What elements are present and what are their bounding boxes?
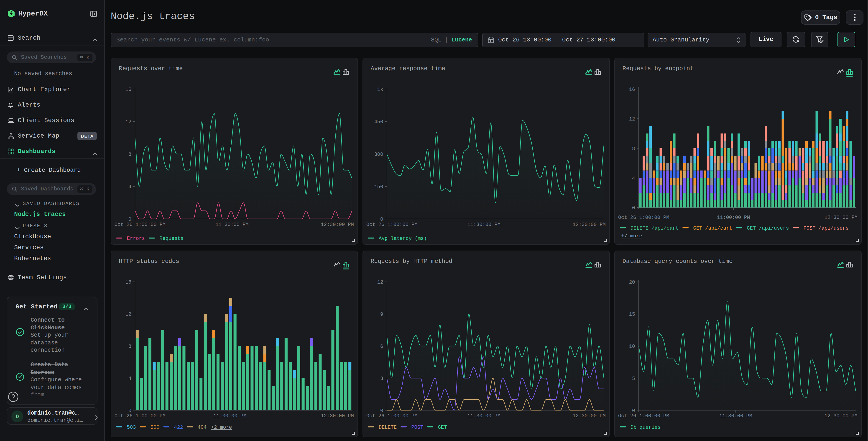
svg-text:9: 9 [380, 312, 383, 317]
svg-text:16: 16 [629, 87, 635, 92]
svg-text:12: 12 [629, 116, 635, 122]
svg-text:GET: GET [438, 424, 447, 430]
svg-text:Oct 26 1:00:00 PM: Oct 26 1:00:00 PM [114, 222, 165, 227]
svg-text:6: 6 [380, 344, 383, 349]
svg-text:Database query counts over tim: Database query counts over time [622, 258, 733, 264]
svg-text:12:30:00 PM: 12:30:00 PM [824, 413, 857, 419]
svg-text:0: 0 [380, 408, 383, 413]
svg-text:8: 8 [128, 151, 131, 157]
svg-text:4: 4 [128, 376, 131, 381]
svg-text:8: 8 [632, 146, 635, 151]
svg-text:12: 12 [125, 312, 131, 317]
svg-text:422: 422 [174, 424, 183, 430]
svg-text:10: 10 [629, 344, 635, 349]
svg-text:Requests over time: Requests over time [119, 65, 183, 72]
svg-text:11:00:00 PM: 11:00:00 PM [213, 413, 246, 419]
svg-text:0: 0 [632, 408, 635, 413]
svg-text:Requests by HTTP method: Requests by HTTP method [370, 258, 452, 264]
svg-text:+2 more: +2 more [211, 424, 231, 430]
svg-text:11:30:00 PM: 11:30:00 PM [215, 222, 248, 227]
svg-text:3: 3 [380, 376, 383, 381]
svg-text:GET /api/users: GET /api/users [747, 225, 789, 231]
svg-text:POST /api/users: POST /api/users [803, 225, 848, 231]
svg-text:0: 0 [128, 216, 131, 222]
svg-text:0: 0 [380, 216, 383, 222]
svg-text:404: 404 [197, 424, 207, 430]
svg-text:11:30:00 PM: 11:30:00 PM [719, 413, 752, 419]
svg-text:1k: 1k [377, 87, 383, 92]
svg-text:12: 12 [125, 119, 131, 125]
svg-text:300: 300 [374, 151, 383, 157]
svg-text:500: 500 [150, 424, 159, 430]
svg-text:16: 16 [125, 87, 131, 92]
svg-text:5: 5 [632, 376, 635, 381]
svg-text:HTTP status codes: HTTP status codes [119, 258, 179, 264]
svg-text:DELETE /api/cart: DELETE /api/cart [630, 225, 678, 231]
svg-text:12:30:00 PM: 12:30:00 PM [320, 222, 353, 227]
svg-text:Oct 26 1:00:00 PM: Oct 26 1:00:00 PM [114, 413, 165, 419]
svg-text:12:30:00 PM: 12:30:00 PM [320, 413, 353, 419]
svg-text:0: 0 [128, 408, 131, 413]
svg-text:4: 4 [632, 175, 635, 181]
svg-text:0: 0 [632, 205, 635, 211]
svg-text:4: 4 [128, 184, 131, 189]
svg-text:Oct 26 1:00:00 PM: Oct 26 1:00:00 PM [618, 214, 669, 220]
svg-text:20: 20 [629, 279, 635, 285]
svg-text:Requests by endpoint: Requests by endpoint [622, 65, 693, 72]
svg-text:8: 8 [128, 344, 131, 349]
svg-text:POST: POST [411, 424, 423, 430]
svg-text:12:30:00 PM: 12:30:00 PM [572, 413, 606, 419]
svg-text:Oct 26 1:00:00 PM: Oct 26 1:00:00 PM [366, 413, 417, 419]
svg-text:11:00:00 PM: 11:00:00 PM [717, 214, 750, 220]
svg-text:DELETE: DELETE [378, 424, 396, 430]
svg-text:Db queries: Db queries [630, 424, 660, 430]
svg-text:11:30:00 PM: 11:30:00 PM [467, 222, 500, 227]
svg-text:16: 16 [125, 279, 131, 285]
svg-text:11:30:00 PM: 11:30:00 PM [467, 413, 500, 419]
svg-text:15: 15 [629, 312, 635, 317]
svg-text:Avg latency (ms): Avg latency (ms) [378, 236, 427, 241]
svg-text:12:30:00 PM: 12:30:00 PM [824, 214, 857, 220]
svg-text:Oct 26 1:00:00 PM: Oct 26 1:00:00 PM [366, 222, 417, 227]
svg-text:Errors: Errors [127, 236, 145, 241]
svg-text:12:30:00 PM: 12:30:00 PM [572, 222, 606, 227]
svg-text:GET /api/cart: GET /api/cart [693, 225, 732, 231]
svg-text:450: 450 [374, 119, 383, 125]
svg-text:Oct 26 1:00:00 PM: Oct 26 1:00:00 PM [618, 413, 669, 419]
svg-text:12: 12 [377, 279, 383, 285]
svg-text:+7 more: +7 more [621, 233, 642, 239]
svg-text:Average response time: Average response time [370, 65, 445, 72]
svg-text:150: 150 [374, 184, 383, 189]
svg-text:Requests: Requests [159, 236, 183, 241]
svg-text:503: 503 [127, 424, 136, 430]
